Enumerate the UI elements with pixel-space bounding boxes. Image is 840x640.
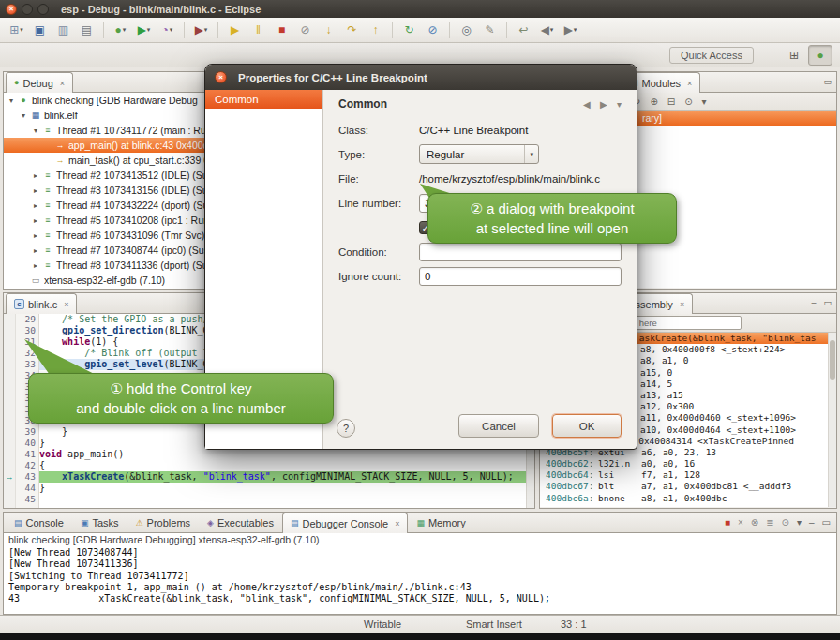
external-tools-icon[interactable]: ▶▾ [190, 21, 212, 40]
skip-breakpoints-icon[interactable]: ⊘ [422, 21, 443, 40]
step-return-icon[interactable]: ↑ [365, 21, 386, 40]
pin-console-icon[interactable]: ⊙ [782, 517, 789, 528]
tab-close-icon[interactable]: × [687, 79, 692, 88]
nav-item-common[interactable]: Common [205, 90, 322, 109]
help-button[interactable]: ? [337, 419, 355, 438]
new-icon[interactable]: ⊞▾ [6, 21, 27, 40]
tab-memory[interactable]: ▦Memory [408, 513, 473, 532]
annotation-icon[interactable]: ✎ [479, 21, 501, 40]
maximize-view-icon[interactable]: ▭ [823, 298, 832, 307]
restart-icon[interactable]: ↻ [398, 21, 420, 40]
tree-expander-icon[interactable]: ▸ [30, 261, 41, 270]
tab-close-icon[interactable]: × [680, 300, 684, 309]
step-over-icon[interactable]: ↷ [341, 21, 363, 40]
scroll-lock-icon[interactable]: ≣ [766, 517, 773, 528]
minimize-view-icon[interactable]: – [811, 298, 816, 307]
tab-tasks[interactable]: ▣Tasks [72, 513, 128, 532]
line-number[interactable]: 29 [16, 314, 38, 325]
tree-expander-icon[interactable]: ▸ [30, 171, 41, 180]
pin-icon[interactable]: ⊙ [684, 97, 692, 107]
line-number[interactable]: 40 [16, 438, 38, 449]
collapse-all-icon[interactable]: ⊟ [668, 97, 675, 107]
disassembly-scrollbar[interactable] [828, 333, 836, 507]
minimize-view-icon[interactable]: – [809, 517, 815, 528]
view-menu-icon[interactable]: ▾ [702, 97, 707, 107]
step-into-icon[interactable]: ↓ [318, 21, 339, 40]
code-line-42[interactable]: { [39, 460, 534, 471]
dialog-close-button[interactable]: × [215, 71, 227, 83]
module-row-selected[interactable]: rary] [620, 111, 836, 126]
tree-expander-icon[interactable]: ▸ [30, 246, 41, 255]
resume-icon[interactable]: ▶ [224, 21, 246, 40]
window-minimize-button[interactable] [22, 4, 33, 15]
tree-expander-icon[interactable]: ▸ [30, 201, 41, 210]
status-insert-mode[interactable]: Smart Insert [466, 618, 522, 630]
disconnect-icon[interactable]: ⊘ [294, 21, 316, 40]
view-menu-icon[interactable]: ▾ [617, 99, 622, 110]
condition-input[interactable] [419, 243, 622, 261]
terminate-icon[interactable]: ■ [271, 21, 292, 40]
tree-expander-icon[interactable]: ▸ [30, 186, 41, 195]
tab-debug[interactable]: ● Debug × [6, 72, 73, 93]
line-number[interactable]: 42 [16, 460, 38, 471]
save-icon[interactable]: ▣ [29, 21, 51, 40]
print-icon[interactable]: ▤ [76, 21, 98, 40]
tab-console[interactable]: ▤Console [6, 513, 72, 532]
tab-problems[interactable]: ⚠Problems [128, 513, 200, 532]
forward-arrow-icon[interactable]: ▶ [600, 99, 608, 110]
tab-close-icon[interactable]: × [395, 519, 399, 528]
ignore-count-input[interactable] [419, 267, 622, 286]
run-icon[interactable]: ▶▾ [133, 21, 155, 40]
tree-expander-icon[interactable]: ▾ [18, 112, 29, 120]
maximize-view-icon[interactable]: ▭ [822, 517, 831, 528]
suspend-icon[interactable]: ‖ [248, 21, 269, 40]
load-symbols-icon[interactable]: ⊕ [650, 97, 657, 107]
tab-close-icon[interactable]: × [64, 300, 68, 309]
tab-executables[interactable]: ◈Executables [199, 513, 282, 532]
line-number[interactable]: 33 [16, 359, 38, 370]
disassembly-row[interactable]: 400dbc64:lsif7, a1, 128 [540, 469, 836, 481]
code-line-41[interactable]: void app_main() [39, 449, 534, 460]
dialog-titlebar[interactable]: × Properties for C/C++ Line Breakpoint [205, 65, 637, 90]
save-all-icon[interactable]: ▥ [52, 21, 74, 40]
tree-expander-icon[interactable]: ▸ [30, 216, 41, 225]
tab-debugger-console[interactable]: ▤Debugger Console× [282, 513, 409, 533]
remove-launch-icon[interactable]: × [738, 517, 743, 528]
window-close-button[interactable]: × [6, 4, 17, 15]
forward-icon[interactable]: ▶▾ [560, 21, 581, 40]
debug-perspective-icon[interactable]: ● [808, 45, 832, 66]
search-icon[interactable]: ◎ [456, 21, 477, 40]
clear-console-icon[interactable]: ⊗ [751, 517, 758, 528]
terminate-console-icon[interactable]: ■ [725, 517, 730, 528]
cancel-button[interactable]: Cancel [458, 414, 539, 438]
minimize-view-icon[interactable]: – [811, 77, 816, 86]
tab-blink-c[interactable]: c blink.c × [6, 293, 77, 314]
console-menu-icon[interactable]: ▾ [797, 517, 802, 528]
debug-icon[interactable]: ●▾ [110, 21, 131, 40]
line-number[interactable]: 39 [16, 426, 38, 438]
tree-expander-icon[interactable]: ▾ [6, 97, 17, 105]
quick-access-button[interactable]: Quick Access [669, 47, 754, 64]
window-maximize-button[interactable] [38, 4, 49, 15]
line-number[interactable]: 45 [16, 494, 38, 505]
maximize-view-icon[interactable]: ▭ [823, 77, 832, 86]
code-line-44[interactable]: } [39, 483, 534, 494]
disassembly-row[interactable]: 400dbc67:blta7, a1, 0x400dbc81 <__adddf3 [540, 481, 836, 492]
disassembly-row[interactable]: 400dbc6a:bnonea8, a1, 0x400dbc [540, 493, 836, 504]
code-line-43[interactable]: xTaskCreate(&blink_task, "blink_task", c… [39, 471, 534, 483]
line-number[interactable]: 41 [16, 449, 38, 460]
tab-close-icon[interactable]: × [60, 79, 65, 88]
tree-expander-icon[interactable]: ▸ [30, 231, 41, 240]
disassembly-row[interactable]: 400dbc62:l32i.na0, a0, 16 [540, 458, 836, 469]
type-select[interactable]: Regular ▾ [419, 144, 539, 164]
open-perspective-icon[interactable]: ⊞ [782, 45, 806, 66]
line-number[interactable]: 30 [16, 325, 38, 336]
line-number[interactable]: 44 [16, 483, 38, 494]
back-icon[interactable]: ◀▾ [536, 21, 558, 40]
profile-icon[interactable]: ◔▾ [157, 21, 178, 40]
last-edit-location-icon[interactable]: ↩ [513, 21, 534, 40]
line-number[interactable]: 43 [16, 471, 38, 483]
tree-expander-icon[interactable]: ▾ [30, 127, 41, 135]
code-line-45[interactable] [39, 494, 534, 505]
back-arrow-icon[interactable]: ◀ [583, 99, 591, 110]
